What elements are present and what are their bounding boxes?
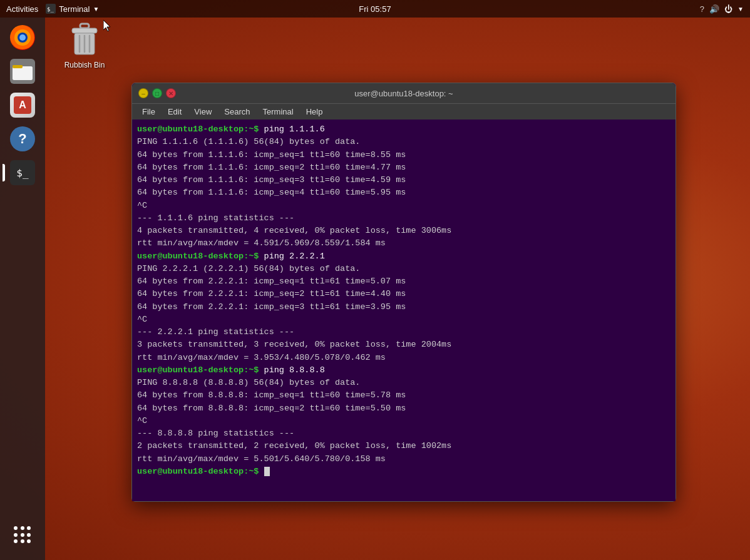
terminal-line: 64 bytes from 1.1.1.6: icmp_seq=4 ttl=60… bbox=[137, 186, 670, 199]
terminal-line: user@ubuntu18-desktop:~$ ping 2.2.2.1 bbox=[137, 250, 670, 263]
grid-dot bbox=[14, 533, 18, 537]
grid-dot bbox=[14, 539, 18, 543]
sidebar-item-software[interactable]: A bbox=[8, 90, 38, 120]
close-button[interactable]: ✕ bbox=[166, 88, 176, 98]
prompt-text: user@ubuntu18-desktop:~$ bbox=[137, 125, 264, 134]
menu-view[interactable]: View bbox=[189, 106, 217, 118]
terminal-line: 64 bytes from 8.8.8.8: icmp_seq=2 ttl=60… bbox=[137, 402, 670, 415]
terminal-line: 2 packets transmitted, 2 received, 0% pa… bbox=[137, 440, 670, 452]
terminal-line: user@ubuntu18-desktop:~$ bbox=[137, 466, 670, 478]
topbar: Activities $_ Terminal ▼ Fri 05:57 ? 🔊 ⏻… bbox=[0, 0, 750, 18]
activities-button[interactable]: Activities bbox=[6, 4, 38, 14]
grid-dot bbox=[21, 533, 24, 537]
sidebar-item-files[interactable] bbox=[8, 56, 38, 86]
terminal-line: 3 packets transmitted, 3 received, 0% pa… bbox=[137, 339, 670, 351]
terminal-line: 64 bytes from 8.8.8.8: icmp_seq=1 ttl=60… bbox=[137, 389, 670, 402]
command-text: ping 1.1.1.6 bbox=[264, 125, 325, 134]
terminal-line: ^C bbox=[137, 313, 670, 326]
prompt-text: user@ubuntu18-desktop:~$ bbox=[137, 252, 264, 261]
terminal-line: --- 8.8.8.8 ping statistics --- bbox=[137, 427, 670, 440]
question-icon: ? bbox=[700, 4, 704, 14]
terminal-line: 64 bytes from 2.2.2.1: icmp_seq=2 ttl=61… bbox=[137, 288, 670, 300]
terminal-line: 64 bytes from 1.1.1.6: icmp_seq=2 ttl=60… bbox=[137, 161, 670, 174]
terminal-line: 64 bytes from 2.2.2.1: icmp_seq=3 ttl=61… bbox=[137, 301, 670, 313]
menu-terminal[interactable]: Terminal bbox=[258, 106, 299, 118]
svg-text:$_: $_ bbox=[47, 6, 54, 13]
svg-rect-10 bbox=[13, 65, 23, 68]
terminal-menubar: File Edit View Search Terminal Help bbox=[132, 103, 676, 120]
terminal-line: rtt min/avg/max/mdev = 4.591/5.969/8.559… bbox=[137, 237, 670, 250]
rubbish-bin-label: Rubbish Bin bbox=[64, 61, 105, 69]
sidebar-item-help[interactable]: ? bbox=[8, 124, 38, 154]
desktop: Activities $_ Terminal ▼ Fri 05:57 ? 🔊 ⏻… bbox=[0, 0, 750, 560]
terminal-line: PING 1.1.1.6 (1.1.1.6) 56(84) bytes of d… bbox=[137, 136, 670, 148]
sidebar-item-terminal[interactable]: $_ bbox=[8, 158, 38, 188]
sidebar-item-firefox[interactable] bbox=[8, 23, 38, 53]
terminal-line: rtt min/avg/max/mdev = 3.953/4.480/5.078… bbox=[137, 352, 670, 364]
files-icon bbox=[10, 59, 35, 84]
cursor bbox=[264, 467, 270, 476]
terminal-line: 64 bytes from 1.1.1.6: icmp_seq=3 ttl=60… bbox=[137, 174, 670, 186]
sidebar-item-show-apps[interactable] bbox=[8, 520, 38, 550]
app-menu-label: Terminal bbox=[59, 4, 90, 14]
software-icon: A bbox=[10, 93, 35, 118]
grid-dot bbox=[21, 526, 24, 530]
speaker-icon[interactable]: 🔊 bbox=[709, 4, 719, 14]
rubbish-bin-icon bbox=[68, 22, 101, 58]
firefox-icon bbox=[10, 25, 35, 50]
svg-rect-12 bbox=[72, 28, 97, 33]
terminal-dock-icon: $_ bbox=[10, 160, 35, 185]
terminal-content[interactable]: user@ubuntu18-desktop:~$ ping 1.1.1.6PIN… bbox=[132, 120, 676, 501]
window-title: user@ubuntu18-desktop: ~ bbox=[354, 89, 453, 98]
grid-dot bbox=[27, 539, 31, 543]
power-chevron[interactable]: ▼ bbox=[737, 6, 744, 13]
terminal-line: --- 2.2.2.1 ping statistics --- bbox=[137, 326, 670, 339]
terminal-line: 64 bytes from 1.1.1.6: icmp_seq=1 ttl=60… bbox=[137, 149, 670, 161]
terminal-line: 4 packets transmitted, 4 received, 0% pa… bbox=[137, 225, 670, 237]
menu-file[interactable]: File bbox=[137, 106, 160, 118]
svg-rect-9 bbox=[13, 66, 33, 80]
menu-help[interactable]: Help bbox=[301, 106, 328, 118]
terminal-line: rtt min/avg/max/mdev = 5.501/5.640/5.780… bbox=[137, 453, 670, 466]
minimize-button[interactable]: – bbox=[138, 88, 148, 98]
grid-dot bbox=[14, 526, 18, 530]
command-text: ping 8.8.8.8 bbox=[264, 365, 325, 375]
menu-search[interactable]: Search bbox=[219, 106, 255, 118]
grid-dot bbox=[27, 526, 31, 530]
titlebar-buttons: – □ ✕ bbox=[138, 88, 176, 98]
rubbish-bin-desktop-icon[interactable]: Rubbish Bin bbox=[59, 22, 110, 69]
svg-point-5 bbox=[19, 34, 26, 41]
sidebar: A ? $_ bbox=[0, 18, 45, 560]
grid-dot bbox=[21, 539, 24, 543]
grid-icon bbox=[10, 522, 35, 547]
clock: Fri 05:57 bbox=[359, 4, 391, 14]
terminal-line: ^C bbox=[137, 200, 670, 212]
maximize-button[interactable]: □ bbox=[152, 88, 162, 98]
terminal-line: --- 1.1.1.6 ping statistics --- bbox=[137, 212, 670, 225]
terminal-line: user@ubuntu18-desktop:~$ ping 1.1.1.6 bbox=[137, 123, 670, 136]
grid-dot bbox=[27, 533, 31, 537]
app-menu-chevron: ▼ bbox=[93, 6, 99, 13]
help-icon: ? bbox=[10, 126, 35, 151]
terminal-line: PING 2.2.2.1 (2.2.2.1) 56(84) bytes of d… bbox=[137, 263, 670, 275]
terminal-titlebar: – □ ✕ user@ubuntu18-desktop: ~ bbox=[132, 83, 676, 103]
prompt-text: user@ubuntu18-desktop:~$ bbox=[137, 365, 264, 375]
menu-edit[interactable]: Edit bbox=[163, 106, 187, 118]
terminal-line: user@ubuntu18-desktop:~$ ping 8.8.8.8 bbox=[137, 364, 670, 377]
terminal-window: – □ ✕ user@ubuntu18-desktop: ~ File Edit… bbox=[131, 83, 676, 502]
svg-rect-11 bbox=[80, 24, 89, 28]
terminal-topbar-icon: $_ bbox=[46, 4, 56, 14]
app-menu[interactable]: $_ Terminal ▼ bbox=[46, 4, 99, 14]
prompt-text: user@ubuntu18-desktop:~$ bbox=[137, 467, 264, 476]
terminal-line: ^C bbox=[137, 415, 670, 427]
power-icon[interactable]: ⏻ bbox=[724, 4, 732, 14]
command-text: ping 2.2.2.1 bbox=[264, 252, 325, 261]
terminal-line: 64 bytes from 2.2.2.1: icmp_seq=1 ttl=61… bbox=[137, 275, 670, 288]
terminal-line: PING 8.8.8.8 (8.8.8.8) 56(84) bytes of d… bbox=[137, 377, 670, 389]
